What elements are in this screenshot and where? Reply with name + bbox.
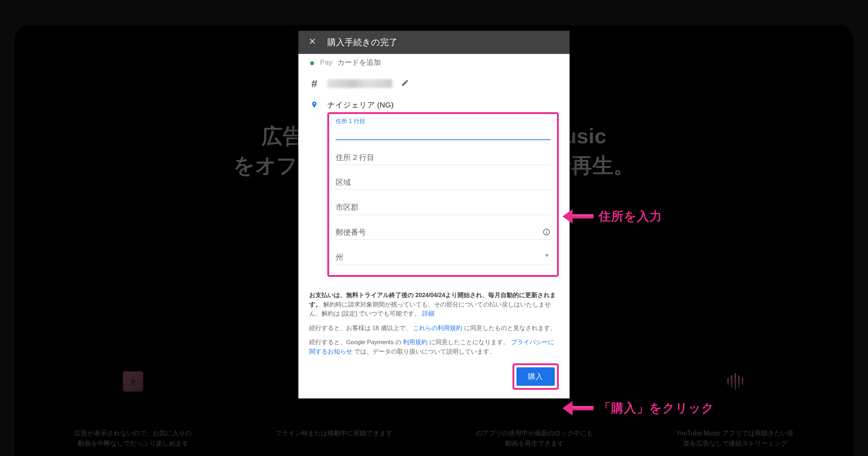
feature-text: YouTube Music アプリでは視聴きたい音楽を広告なしで連続ストリーミン…: [676, 428, 795, 449]
address-fields-group: 住所 1 行目 住所 2 行目 区域 市区郡: [327, 112, 559, 277]
feature-item: 広告が表示されないので、お気に入りの動画を中断なしでたっぷり楽しめます: [73, 371, 193, 449]
legal-payments-text: 続行すると、Google Payments の 利用規約 に同意したことになりま…: [309, 338, 559, 356]
legal-text: に同意したことになります。: [429, 339, 509, 345]
city-field[interactable]: 市区郡: [336, 193, 550, 215]
district-input[interactable]: [336, 174, 550, 190]
address-line2-field[interactable]: 住所 2 行目: [336, 143, 550, 165]
state-select[interactable]: [336, 249, 550, 265]
pay-method-row[interactable]: ● Pay カードを追加: [309, 56, 559, 72]
city-input[interactable]: [336, 199, 550, 215]
legal-text: では、データの取り扱いについて説明しています。: [354, 348, 495, 355]
postal-code-field[interactable]: 郵便番号: [336, 218, 550, 240]
legal-payments-tos-link[interactable]: 利用規約: [403, 339, 427, 345]
chevron-down-icon: [545, 254, 549, 257]
hash-icon: #: [311, 77, 318, 90]
country-label: ナイジェリア (NG): [327, 100, 559, 110]
legal-details-link[interactable]: 詳細: [422, 310, 434, 317]
modal-shadow: [570, 54, 572, 398]
country-row: ナイジェリア (NG) 住所 1 行目 住所 2 行目 区域: [309, 95, 559, 286]
buy-button[interactable]: 購入: [516, 367, 555, 386]
play-icon: [122, 371, 144, 392]
address-line1-field[interactable]: 住所 1 行目: [336, 118, 550, 140]
address-line2-input[interactable]: [336, 149, 550, 165]
legal-billing-text: お支払いは、無料トライアル終了後の 2024/04/24より開始され、毎月自動的…: [309, 291, 559, 318]
state-field[interactable]: 州: [336, 243, 550, 265]
gpay-icon: ●: [309, 58, 315, 67]
district-field[interactable]: 区域: [336, 168, 550, 190]
feature-item: YouTube Music アプリでは視聴きたい音楽を広告なしで連続ストリーミン…: [676, 371, 795, 449]
legal-text: 続行すると、Google Payments の: [309, 339, 401, 345]
feature-text: フライン時または移動中に視聴できます: [274, 428, 393, 439]
pencil-icon: [401, 79, 409, 89]
card-number-row: #: [309, 72, 559, 95]
close-button[interactable]: [306, 35, 320, 50]
legal-age-text: 続行すると、お客様は 18 歳以上で、 これらの利用規約 に同意したものと見なさ…: [309, 324, 559, 333]
address-line1-input[interactable]: [336, 124, 550, 140]
svg-point-0: [314, 103, 315, 104]
checkout-modal: 購入手続きの完了 ● Pay カードを追加 # ナイジェリア (NG): [298, 31, 570, 398]
feature-text: 広告が表示されないので、お気に入りの動画を中断なしでたっぷり楽しめます: [73, 428, 193, 449]
edit-card-button[interactable]: [400, 79, 410, 88]
buy-highlight-frame: 購入: [512, 363, 559, 390]
modal-title: 購入手続きの完了: [327, 37, 397, 48]
pay-method-text: カードを追加: [337, 58, 381, 67]
location-pin-icon: [309, 100, 319, 109]
modal-header: 購入手続きの完了: [298, 31, 570, 54]
postal-code-input[interactable]: [336, 224, 550, 240]
legal-text: 続行すると、お客様は 18 歳以上で、: [309, 325, 412, 331]
legal-text: に同意したものと見なされます。: [464, 325, 556, 331]
legal-tos-link[interactable]: これらの利用規約: [413, 325, 462, 331]
redacted-card-number: [327, 79, 392, 88]
equalizer-icon: [724, 371, 746, 392]
close-icon: [309, 37, 317, 47]
feature-text: のアプリの使用中や画面のロック中にも動画を再生できます: [475, 428, 594, 449]
info-icon[interactable]: [542, 228, 550, 236]
